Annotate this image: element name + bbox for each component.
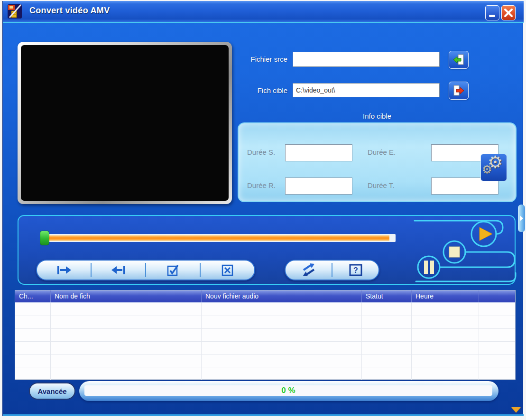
control-panel: ? bbox=[18, 215, 516, 285]
side-panel-tab[interactable] bbox=[518, 205, 525, 232]
settings-button[interactable]: ⚙ ⚙ bbox=[480, 154, 507, 181]
close-button[interactable] bbox=[501, 5, 516, 20]
titlebar-bevel bbox=[3, 22, 524, 23]
target-file-input[interactable] bbox=[293, 83, 440, 97]
list-row bbox=[15, 303, 515, 316]
export-file-icon bbox=[452, 84, 465, 97]
info-cible-groupbox: Durée S. Durée E. Durée R. Durée T. ⚙ ⚙ bbox=[238, 122, 517, 202]
progress-bar-track: 0 % bbox=[84, 385, 492, 396]
select-all-button[interactable] bbox=[146, 261, 200, 280]
seek-back-icon bbox=[109, 264, 128, 276]
edit-toolbar bbox=[36, 260, 255, 280]
play-button[interactable] bbox=[471, 222, 496, 246]
window-title: Convert vidéo AMV bbox=[29, 6, 110, 16]
pause-button[interactable] bbox=[418, 256, 440, 278]
svg-text:?: ? bbox=[353, 266, 358, 274]
action-toolbar: ? bbox=[285, 260, 379, 280]
select-all-icon bbox=[166, 263, 180, 277]
info-cible-title: Info cible bbox=[238, 112, 517, 120]
seek-forward-icon bbox=[55, 264, 74, 276]
help-button[interactable]: ? bbox=[332, 261, 378, 280]
column-header-ch[interactable]: Ch... bbox=[15, 290, 51, 302]
target-file-label: Fich cible bbox=[216, 86, 287, 94]
seek-slider-track[interactable] bbox=[49, 234, 396, 242]
advanced-button[interactable]: Avancée bbox=[29, 383, 75, 400]
convert-icon bbox=[300, 263, 317, 277]
column-header-nom-de-fich[interactable]: Nom de fich bbox=[51, 290, 202, 302]
minimize-button[interactable] bbox=[485, 5, 499, 20]
help-icon: ? bbox=[349, 263, 363, 277]
duree-r-label: Durée R. bbox=[247, 181, 276, 189]
video-preview-frame bbox=[18, 42, 232, 204]
source-file-input[interactable] bbox=[293, 52, 440, 67]
browse-source-button[interactable] bbox=[449, 51, 469, 69]
duree-t-label: Durée T. bbox=[368, 181, 394, 189]
progress-percent-text: 0 % bbox=[84, 386, 492, 395]
progress-bar: 0 % bbox=[79, 381, 498, 401]
list-row bbox=[15, 329, 515, 342]
list-row bbox=[15, 367, 515, 380]
duree-s-label: Durée S. bbox=[247, 148, 275, 156]
list-body bbox=[15, 303, 515, 379]
window-bottom-bevel bbox=[3, 414, 524, 416]
column-header-nouv-fichier-audio[interactable]: Nouv fichier audio bbox=[202, 290, 362, 302]
video-preview bbox=[21, 45, 229, 201]
seek-back-button[interactable] bbox=[92, 261, 145, 280]
list-row bbox=[15, 316, 515, 329]
app-window: Convert vidéo AMV Fichier srce bbox=[2, 1, 523, 416]
list-row bbox=[15, 342, 515, 355]
app-icon bbox=[7, 4, 22, 19]
seek-forward-button[interactable] bbox=[37, 261, 91, 280]
column-header-empty bbox=[479, 290, 515, 302]
gear-icon-small: ⚙ bbox=[482, 163, 492, 176]
screenshot-root: Convert vidéo AMV Fichier srce bbox=[0, 0, 526, 420]
list-header: Ch... Nom de fich Nouv fichier audio Sta… bbox=[15, 290, 515, 303]
stop-button[interactable] bbox=[443, 241, 465, 263]
seek-slider-thumb[interactable] bbox=[40, 231, 49, 245]
source-file-label: Fichier srce bbox=[216, 55, 287, 63]
conversion-list: Ch... Nom de fich Nouv fichier audio Sta… bbox=[15, 290, 516, 380]
import-file-icon bbox=[452, 53, 465, 66]
duree-e-label: Durée E. bbox=[368, 148, 396, 156]
duree-s-input[interactable] bbox=[285, 144, 352, 161]
seek-slider-fill bbox=[49, 235, 389, 241]
clear-list-icon bbox=[221, 263, 235, 277]
expand-button[interactable] bbox=[511, 407, 521, 412]
side-tab-icon bbox=[520, 215, 523, 221]
close-icon bbox=[502, 6, 515, 20]
minimize-icon bbox=[489, 15, 495, 17]
column-header-heure[interactable]: Heure bbox=[412, 290, 479, 302]
browse-target-button[interactable] bbox=[449, 82, 469, 100]
convert-button[interactable] bbox=[286, 261, 332, 280]
list-row bbox=[15, 355, 515, 367]
title-bar: Convert vidéo AMV bbox=[3, 1, 524, 22]
duree-r-input[interactable] bbox=[285, 177, 352, 195]
column-header-statut[interactable]: Statut bbox=[362, 290, 412, 302]
clear-list-button[interactable] bbox=[201, 261, 254, 280]
